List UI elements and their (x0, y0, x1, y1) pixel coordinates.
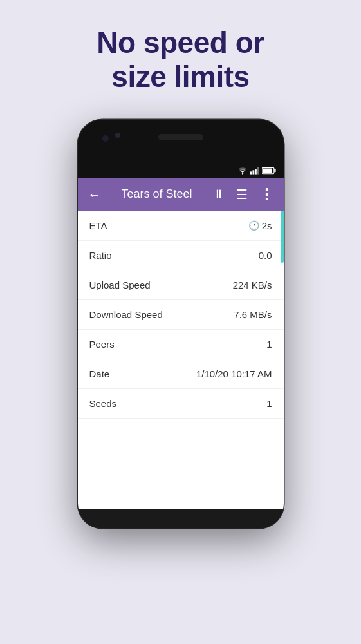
ratio-label: Ratio (89, 250, 112, 261)
phone-speaker (158, 134, 203, 140)
svg-rect-7 (263, 168, 272, 173)
table-row: Seeds 1 (78, 389, 284, 419)
table-row: Peers 1 (78, 330, 284, 359)
app-toolbar: Tears of Steel (78, 178, 284, 211)
battery-icon (262, 167, 276, 175)
camera-dot-left (102, 135, 109, 142)
table-row: Date 1/10/20 10:17 AM (78, 359, 284, 389)
phone-top-bar (78, 120, 284, 164)
svg-rect-6 (274, 169, 275, 172)
phone-mockup: Tears of Steel ETA 🕐2s Ratio 0.0 (78, 120, 284, 528)
eta-value: 🕐2s (248, 220, 272, 231)
seeds-value: 1 (266, 398, 272, 409)
date-value: 1/10/20 10:17 AM (196, 368, 272, 379)
toolbar-actions (209, 182, 277, 207)
phone-bottom (78, 509, 284, 528)
table-row: ETA 🕐2s (78, 211, 284, 241)
download-speed-label: Download Speed (89, 309, 163, 320)
svg-marker-0 (241, 171, 244, 173)
clock-icon: 🕐 (248, 220, 259, 231)
peers-label: Peers (89, 339, 115, 350)
download-speed-value: 7.6 MB/s (234, 309, 272, 320)
date-label: Date (89, 368, 110, 379)
signal-icon (250, 167, 259, 175)
content-area: ETA 🕐2s Ratio 0.0 Upload Speed 224 KB/s … (78, 211, 284, 509)
svg-rect-1 (250, 171, 252, 174)
headline: No speed orsize limits (71, 0, 290, 113)
upload-speed-value: 224 KB/s (233, 279, 272, 290)
table-row: Ratio 0.0 (78, 241, 284, 270)
table-row: Upload Speed 224 KB/s (78, 270, 284, 300)
upload-speed-label: Upload Speed (89, 279, 151, 290)
camera-dot-right (115, 133, 120, 138)
svg-rect-2 (252, 170, 254, 174)
svg-rect-4 (257, 167, 259, 174)
toolbar-title: Tears of Steel (110, 187, 204, 201)
progress-indicator (281, 211, 284, 263)
seeds-label: Seeds (89, 398, 117, 409)
table-row: Download Speed 7.6 MB/s (78, 300, 284, 330)
empty-space (78, 419, 284, 509)
wifi-icon (237, 167, 248, 175)
svg-rect-3 (255, 169, 257, 174)
status-bar (78, 164, 284, 178)
pause-button[interactable] (209, 184, 228, 205)
list-button[interactable] (232, 183, 252, 206)
ratio-value: 0.0 (259, 250, 272, 261)
more-button[interactable] (255, 182, 277, 207)
phone-wrapper: Tears of Steel ETA 🕐2s Ratio 0.0 (0, 113, 361, 644)
back-button[interactable] (84, 182, 105, 207)
eta-label: ETA (89, 220, 107, 231)
peers-value: 1 (266, 339, 272, 350)
